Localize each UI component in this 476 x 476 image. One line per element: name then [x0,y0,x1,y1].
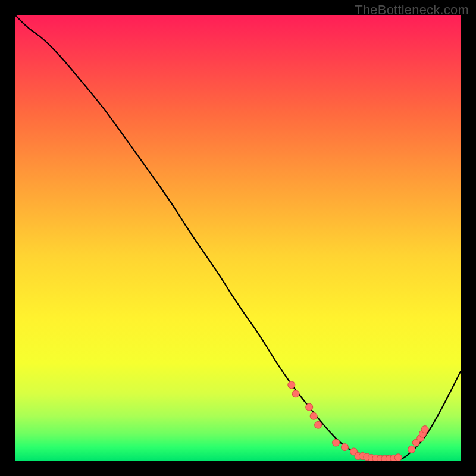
marker-dot [292,390,299,397]
curve-markers [288,381,428,461]
marker-dot [421,426,428,433]
chart-overlay [15,15,461,461]
chart-stage: TheBottleneck.com [0,0,476,476]
marker-dot [306,403,313,411]
marker-dot [394,454,402,461]
curve-line [15,15,461,461]
marker-dot [342,444,349,451]
watermark-text: TheBottleneck.com [355,2,469,18]
marker-dot [315,421,322,428]
marker-dot [288,381,295,389]
marker-dot [310,412,317,419]
marker-dot [333,439,340,446]
marker-dot [408,446,415,453]
